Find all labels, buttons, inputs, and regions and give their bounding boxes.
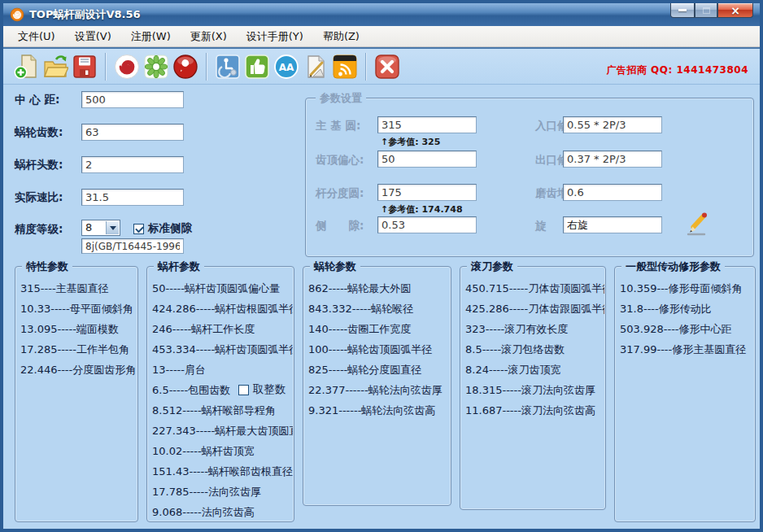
exit-relief-input[interactable] [563,150,662,168]
minimize-icon [678,9,687,11]
minimize-button[interactable] [670,3,695,18]
menu-file[interactable]: 文件(U) [8,27,65,46]
param-line: 323-----滚刀有效长度 [465,319,604,339]
pitch-circle-input[interactable] [377,184,477,201]
maximize-icon [703,7,710,14]
rss-feed-icon[interactable] [330,51,360,82]
param-list: 10.359---修形母面倾斜角31.8----修形传动比503.928----… [620,278,754,360]
param-line: 11.687-----滚刀法向弦齿高 [465,400,604,421]
group-title: 一般型传动修形参数 [621,259,725,274]
param-line: 315----主基圆直径 [20,278,137,299]
param-line: 8.24-----滚刀齿顶宽 [465,360,604,380]
entry-relief-input[interactable] [563,116,662,133]
group-title: 蜗杆参数 [154,259,204,274]
tip-eccentricity-input[interactable] [377,150,477,168]
group-title: 滚刀参数 [467,259,517,274]
worm-threads-label: 蜗杆头数: [15,158,88,172]
param-line: 22.446----分度圆齿形角 [20,360,137,380]
param-line: 450.715-----刀体齿顶圆弧半径 [465,278,604,299]
precision-value: 8 [85,221,92,233]
param-settings-group: 参数设置 主 基 圆: ↑参考值: 325 齿顶偏心: 杆分度圆: ↑参考值: … [305,98,754,257]
new-file-icon[interactable] [11,51,41,82]
param-line: 50-----蜗杆齿顶圆弧偏心量 [152,278,293,299]
param-line: 424.286-----蜗杆齿根圆弧半径 [152,299,293,319]
param-line: 140-----齿圈工作宽度 [308,319,450,339]
precision-select[interactable]: 8 [81,220,120,236]
window-title: TOP蜗杆副设计V8.56 [29,7,141,22]
thumbs-up-icon[interactable] [242,51,272,82]
group-characteristic-params: 特性参数 315----主基圆直径10.33-----母平面倾斜角13.095-… [15,266,138,522]
tip-eccentricity-label: 齿顶偏心: [316,153,364,168]
param-settings-title: 参数设置 [316,91,366,106]
group-title: 特性参数 [22,259,72,274]
standard-backlash-checkbox[interactable]: 标准侧隙 [133,221,192,236]
menu-register[interactable]: 注册(W) [121,27,181,46]
combo-dropdown-button[interactable] [106,221,119,234]
menu-help[interactable]: 帮助(Z) [313,27,369,46]
group-worm-params: 蜗杆参数 50-----蜗杆齿顶圆弧偏心量424.286-----蜗杆齿根圆弧半… [146,266,294,522]
toolbar-separator [365,53,367,81]
app-window: TOP蜗杆副设计V8.56 × 文件(U) 设置(V) 注册(W) 更新(X) … [0,0,763,532]
precision-standard-input[interactable] [81,238,184,254]
hand-direction-input[interactable] [563,216,662,233]
param-line: 22.377------蜗轮法向弦齿厚 [308,380,450,400]
close-icon: × [730,5,740,16]
pitch-circle-label: 杆分度圆: [316,186,364,201]
param-line: 8.5-----滚刀包络齿数 [465,339,604,360]
param-line: 425.286-----刀体齿跟圆弧半径 [465,299,604,319]
wheel-teeth-input[interactable] [81,124,184,141]
main-base-circle-hint: ↑参考值: 325 [381,136,440,148]
gear-settings-icon[interactable] [142,51,171,82]
accessibility-icon[interactable] [213,51,242,82]
app-logo-icon [10,7,24,22]
toolbar-separator [105,53,107,81]
toolbar: AA 广告招商 QQ: 1441473804 [3,47,760,85]
param-line: 825-----蜗轮分度圆直径 [308,360,450,380]
toolbar-separator [206,53,207,81]
font-aa-icon[interactable]: AA [272,51,301,82]
exit-app-icon[interactable] [373,51,402,82]
menu-settings[interactable]: 设置(V) [65,27,121,46]
actual-ratio-input[interactable] [81,189,184,206]
param-line: 18.315-----滚刀法向弦齿厚 [465,380,604,400]
grinding-allowance-input[interactable] [563,184,662,201]
open-folder-icon[interactable] [41,51,70,82]
worm-spiral-icon[interactable] [112,51,142,82]
param-line: 17.785-----法向弦齿厚 [152,482,293,502]
param-line: 10.359---修形母面倾斜角 [620,278,754,299]
param-line: 13.095-----端面模数 [20,319,137,339]
param-line: 843.332-----蜗轮喉径 [308,299,450,319]
param-line: 9.068-----法向弦齿高 [152,502,293,522]
close-button[interactable]: × [717,3,753,18]
main-base-circle-input[interactable] [377,116,477,133]
main-area: 中 心 距: 蜗轮齿数: 蜗杆头数: 实际速比: 精度等级: 8 标准侧隙 参数… [3,85,760,529]
param-line: 10.33-----母平面倾斜角 [20,299,137,319]
actual-ratio-label: 实际速比: [15,190,88,205]
backlash-label: 侧 隙: [316,219,364,233]
group-title: 蜗轮参数 [310,259,360,274]
svg-text:AA: AA [279,62,294,73]
param-list: 315----主基圆直径10.33-----母平面倾斜角13.095-----端… [20,278,137,380]
param-line: 8.512-----蜗杆喉部导程角 [152,400,293,421]
param-line: 246-----蜗杆工作长度 [152,319,293,339]
titlebar[interactable]: TOP蜗杆副设计V8.56 × [3,3,760,26]
menu-update[interactable]: 更新(X) [181,27,237,46]
worm-threads-input[interactable] [81,156,184,173]
draft-tools-icon[interactable] [301,51,330,82]
backlash-input[interactable] [377,216,477,233]
param-line: 317.99----修形主基圆直径 [620,339,754,360]
param-line: 227.343-----蜗杆最大齿顶圆直 [152,421,293,441]
ad-text: 广告招商 QQ: 1441473804 [606,63,748,77]
maximize-button[interactable] [695,3,717,18]
checkbox-icon [133,224,144,234]
param-line: 503.928----修形中心距 [620,319,754,339]
round-integer-checkbox[interactable]: 取整数 [238,382,286,397]
center-distance-input[interactable] [81,91,184,108]
group-wheel-params: 蜗轮参数 862-----蜗轮最大外圆843.332-----蜗轮喉径140--… [303,266,451,506]
menu-design-manual[interactable]: 设计手册(Y) [237,27,313,46]
group-modification-params: 一般型传动修形参数 10.359---修形母面倾斜角31.8----修形传动比5… [614,266,756,522]
param-line: 10.02-----蜗杆齿顶宽 [152,441,293,461]
repair-wrench-icon[interactable] [171,51,200,82]
save-icon[interactable] [70,51,99,82]
edit-pencil-icon[interactable] [682,209,711,238]
